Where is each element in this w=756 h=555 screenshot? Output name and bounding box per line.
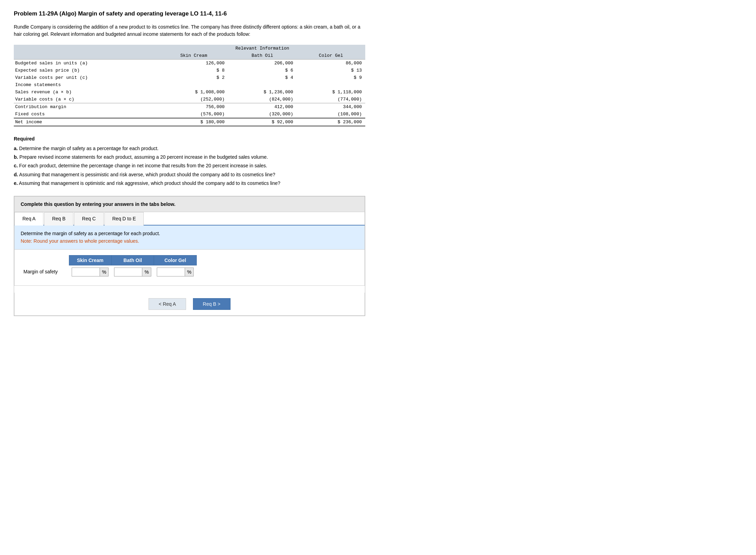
color-gel-input[interactable] — [157, 268, 185, 276]
table-cell-value: 86,000 — [297, 60, 365, 67]
table-cell-value: $ 13 — [297, 67, 365, 74]
table-cell-value: (576,000) — [160, 111, 228, 118]
answer-col-bath-oil: Bath Oil — [111, 255, 154, 265]
col-header-color-gel: Color Gel — [297, 52, 365, 60]
table-cell-value: $ 1,236,000 — [228, 88, 297, 96]
answer-section: Skin Cream Bath Oil Color Gel Margin of … — [14, 250, 365, 286]
answer-col-color-gel: Color Gel — [154, 255, 196, 265]
list-item: b. Prepare revised income statements for… — [14, 153, 365, 161]
complete-box: Complete this question by entering your … — [14, 196, 365, 212]
table-cell-value — [297, 81, 365, 88]
table-cell-value: $ 8 — [160, 67, 228, 74]
instruction-area: Determine the margin of safety as a perc… — [14, 226, 365, 250]
table-cell-value: (824,000) — [228, 96, 297, 103]
complete-box-text: Complete this question by entering your … — [21, 201, 175, 207]
color-gel-pct: % — [185, 268, 193, 276]
table-cell-value: 344,000 — [297, 103, 365, 111]
table-cell-value: $ 6 — [228, 67, 297, 74]
forward-button[interactable]: Req B > — [193, 298, 231, 310]
skin-cream-input-cell: % — [69, 265, 111, 279]
table-cell-value: $ 2 — [160, 74, 228, 81]
table-cell-value: $ 1,118,000 — [297, 88, 365, 96]
tabs-row: Req AReq BReq CReq D to E — [14, 212, 365, 226]
table-cell-value: $ 1,008,000 — [160, 88, 228, 96]
table-cell-label: Sales revenue (a × b) — [14, 88, 160, 96]
list-item: e. Assuming that management is optimisti… — [14, 179, 365, 188]
table-cell-value: (252,000) — [160, 96, 228, 103]
instruction-main: Determine the margin of safety as a perc… — [21, 231, 160, 236]
intro-text: Rundle Company is considering the additi… — [14, 23, 365, 38]
bath-oil-input-cell: % — [111, 265, 154, 279]
bath-oil-input[interactable] — [114, 268, 142, 276]
page-title: Problem 11-29A (Algo) Margin of safety a… — [14, 10, 365, 17]
table-cell-value: $ 92,000 — [228, 118, 297, 126]
answer-col-skin-cream: Skin Cream — [69, 255, 111, 265]
col-header-skin-cream: Skin Cream — [160, 52, 228, 60]
col-header-bath-oil: Bath Oil — [228, 52, 297, 60]
bath-oil-pct: % — [142, 268, 151, 276]
table-cell-label: Expected sales price (b) — [14, 67, 160, 74]
table-cell-label: Variable costs per unit (c) — [14, 74, 160, 81]
table-cell-value: $ 9 — [297, 74, 365, 81]
table-cell-value: 206,000 — [228, 60, 297, 67]
list-item: a. Determine the margin of safety as a p… — [14, 144, 365, 153]
tab-req-d-to-e[interactable]: Req D to E — [104, 212, 144, 226]
table-cell-value: (320,000) — [228, 111, 297, 118]
list-item: d. Assuming that management is pessimist… — [14, 170, 365, 179]
required-list: a. Determine the margin of safety as a p… — [14, 144, 365, 188]
table-cell-label: Variable costs (a × c) — [14, 96, 160, 103]
table-cell-label: Contribution margin — [14, 103, 160, 111]
table-cell-value: $ 180,000 — [160, 118, 228, 126]
table-cell-label: Fixed costs — [14, 111, 160, 118]
table-cell-value — [228, 81, 297, 88]
table-cell-value: 412,000 — [228, 103, 297, 111]
instruction-note: Note: Round your answers to whole percen… — [21, 238, 139, 244]
table-cell-value: 756,000 — [160, 103, 228, 111]
back-button[interactable]: < Req A — [149, 298, 186, 310]
table-header-group: Relevant Information — [160, 45, 365, 52]
tab-req-b[interactable]: Req B — [44, 212, 73, 226]
table-cell-value: $ 4 — [228, 74, 297, 81]
table-cell-value: 126,000 — [160, 60, 228, 67]
skin-cream-input[interactable] — [72, 268, 100, 276]
table-cell-value: $ 236,000 — [297, 118, 365, 126]
table-cell-label: Budgeted sales in units (a) — [14, 60, 160, 67]
table-cell-value — [160, 81, 228, 88]
answer-table: Skin Cream Bath Oil Color Gel Margin of … — [21, 255, 197, 279]
answer-col-empty — [21, 255, 69, 265]
nav-buttons: < Req A Req B > — [14, 293, 365, 316]
table-row: Margin of safety % % — [21, 265, 196, 279]
table-cell-value: (774,000) — [297, 96, 365, 103]
tab-req-a[interactable]: Req A — [14, 212, 43, 226]
margin-of-safety-label: Margin of safety — [21, 265, 69, 279]
tab-req-c[interactable]: Req C — [74, 212, 104, 226]
table-cell-label: Net income — [14, 118, 160, 126]
table-cell-value: (108,000) — [297, 111, 365, 118]
data-table: Relevant Information Skin Cream Bath Oil… — [14, 45, 365, 126]
required-title: Required — [14, 136, 365, 142]
table-cell-label: Income statements — [14, 81, 160, 88]
list-item: c. For each product, determine the perce… — [14, 161, 365, 170]
skin-cream-pct: % — [100, 268, 108, 276]
color-gel-input-cell: % — [154, 265, 196, 279]
